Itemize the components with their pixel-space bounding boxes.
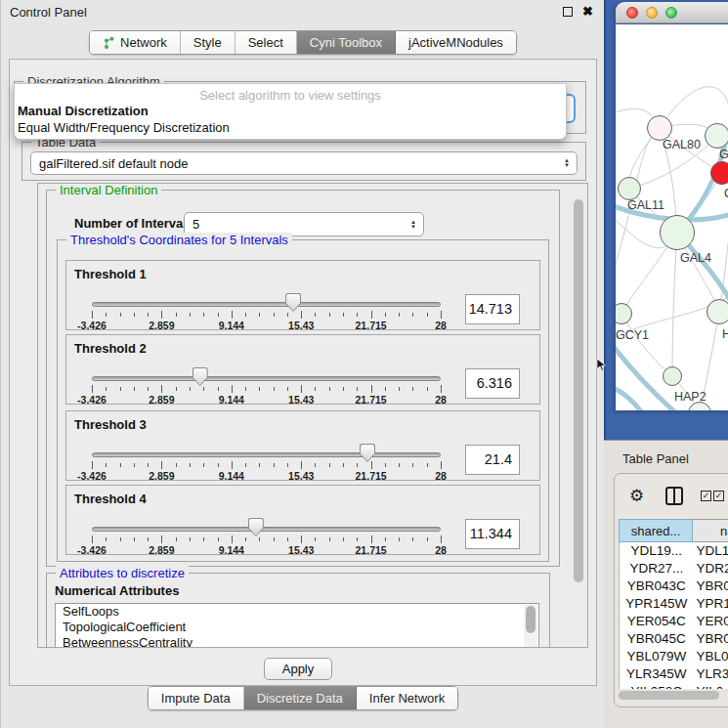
- tick-mark: [92, 535, 93, 543]
- tab-impute-data[interactable]: Impute Data: [149, 687, 244, 709]
- network-node[interactable]: [707, 299, 728, 324]
- slider-ticks: [92, 535, 441, 544]
- tab-discretize-data[interactable]: Discretize Data: [244, 687, 357, 709]
- popup-option-equal-width-frequency[interactable]: Equal Width/Frequency Discretization: [15, 119, 566, 136]
- control-panel: Control Panel ✖ Network Style Select Cyn…: [0, 0, 604, 728]
- tab-cyni-toolbox[interactable]: Cyni Toolbox: [297, 31, 396, 54]
- tick-mark: [399, 463, 400, 467]
- table-row[interactable]: YBR043CYBR0: [620, 578, 728, 595]
- table-row[interactable]: YBR045CYBR0: [620, 630, 728, 648]
- cell-shared-name[interactable]: YDL19...: [620, 542, 694, 560]
- tick-label: 28: [435, 320, 447, 331]
- numerical-attributes-list[interactable]: SelfLoopsTopologicalCoefficientBetweenne…: [55, 603, 539, 648]
- attribute-list-item[interactable]: BetweennessCentrality: [56, 635, 538, 648]
- attribute-list-item[interactable]: SelfLoops: [56, 604, 538, 620]
- cell-shared-name[interactable]: YBR045C: [620, 630, 694, 648]
- tick-mark: [427, 313, 428, 317]
- cell-name[interactable]: YER0: [694, 613, 728, 630]
- table-row[interactable]: YDR27...YDR2: [620, 560, 728, 578]
- cell-shared-name[interactable]: YBL079W: [620, 648, 694, 665]
- apply-button[interactable]: Apply: [264, 658, 332, 680]
- threshold-value-field[interactable]: 14.713: [465, 294, 520, 324]
- top-tab-bar: Network Style Select Cyni Toolbox jActiv…: [1, 30, 605, 55]
- threshold-value-field[interactable]: 11.344: [465, 519, 520, 549]
- network-icon: [103, 36, 115, 50]
- node-label: GAL4: [680, 251, 711, 265]
- table-data-combobox[interactable]: galFiltered.sif default node ▲▼: [30, 151, 578, 175]
- cell-name[interactable]: YBR0: [694, 578, 728, 595]
- checkbox-icon[interactable]: ✓: [701, 491, 711, 501]
- tick-mark: [343, 313, 344, 317]
- cell-shared-name[interactable]: YDR27...: [620, 560, 694, 578]
- cell-shared-name[interactable]: YPR145W: [620, 595, 694, 613]
- network-node[interactable]: [663, 366, 682, 386]
- network-node[interactable]: [618, 177, 641, 200]
- tick-mark: [92, 385, 93, 393]
- cell-shared-name[interactable]: YLR345W: [620, 665, 694, 683]
- tab-style[interactable]: Style: [181, 31, 236, 54]
- table-row[interactable]: YER054CYER0: [620, 613, 728, 630]
- tick-mark: [190, 537, 191, 541]
- slider-track[interactable]: [92, 527, 441, 532]
- gear-icon[interactable]: ⚙: [629, 486, 644, 506]
- float-panel-icon[interactable]: [563, 7, 573, 17]
- tab-infer-network[interactable]: Infer Network: [357, 687, 457, 709]
- tick-mark: [301, 311, 302, 319]
- cell-name[interactable]: YDL1: [694, 542, 728, 560]
- tick-mark: [357, 313, 358, 317]
- slider-ticks: [92, 461, 441, 470]
- tick-mark: [259, 387, 260, 391]
- zoom-window-icon[interactable]: [665, 7, 677, 19]
- stepper-icon: ▲▼: [564, 158, 570, 168]
- table-row[interactable]: YPR145WYPR1: [620, 595, 728, 613]
- tick-label: 28: [435, 394, 447, 406]
- tick-mark: [427, 387, 428, 391]
- threshold-value-field[interactable]: 21.4: [465, 445, 520, 475]
- threshold-value-field[interactable]: 6.316: [465, 368, 520, 399]
- network-window-titlebar[interactable]: [616, 2, 728, 23]
- tab-network[interactable]: Network: [90, 31, 181, 54]
- cell-name[interactable]: YDR2: [694, 560, 728, 578]
- cell-shared-name[interactable]: YBR043C: [620, 578, 694, 595]
- settings-scrollbar[interactable]: [572, 186, 585, 645]
- slider-track[interactable]: [92, 452, 441, 457]
- tick-mark: [315, 387, 316, 391]
- list-scrollbar[interactable]: [524, 605, 537, 647]
- column-header-shared-name[interactable]: shared...: [619, 519, 693, 542]
- cell-name[interactable]: YPR1: [694, 595, 728, 613]
- cell-name[interactable]: YBR0: [694, 630, 728, 648]
- tab-jactivemnodules[interactable]: jActiveMNodules: [396, 31, 516, 54]
- table-horizontal-scrollbar[interactable]: [615, 689, 728, 703]
- close-panel-icon[interactable]: ✖: [582, 4, 593, 20]
- columns-icon[interactable]: [665, 487, 683, 505]
- tick-mark: [412, 313, 413, 317]
- table-row[interactable]: YLR345WYLR3: [620, 665, 728, 683]
- table-row[interactable]: YDL19...YDL1: [620, 542, 728, 560]
- cell-name[interactable]: YLR3: [694, 665, 728, 683]
- network-node[interactable]: [705, 123, 728, 149]
- tick-label: 2.859: [149, 320, 174, 331]
- slider-track[interactable]: [92, 376, 441, 381]
- column-header-name[interactable]: na: [693, 519, 728, 542]
- checkbox-icon[interactable]: ✓: [713, 491, 724, 501]
- slider-thumb[interactable]: [248, 518, 264, 536]
- network-canvas[interactable]: GAL80GCGAL11GAL4GCY1HHAP2: [616, 24, 728, 410]
- slider-thumb[interactable]: [193, 367, 208, 386]
- tick-mark: [134, 387, 135, 391]
- network-node[interactable]: [660, 215, 695, 250]
- slider-thumb[interactable]: [360, 444, 375, 462]
- minimize-window-icon[interactable]: [646, 7, 658, 19]
- network-node[interactable]: [710, 161, 728, 185]
- attribute-list-item[interactable]: TopologicalCoefficient: [56, 620, 538, 635]
- tick-mark: [412, 537, 413, 541]
- tick-label: -3.426: [77, 320, 107, 331]
- tab-select[interactable]: Select: [236, 31, 297, 54]
- slider-thumb[interactable]: [285, 293, 301, 312]
- slider-track[interactable]: [92, 302, 441, 307]
- cell-shared-name[interactable]: YER054C: [620, 613, 694, 630]
- table-row[interactable]: YBL079WYBL0: [620, 648, 728, 665]
- tick-mark: [176, 387, 177, 391]
- cell-name[interactable]: YBL0: [694, 648, 728, 665]
- popup-option-manual-discretization[interactable]: Manual Discretization: [15, 103, 566, 119]
- close-window-icon[interactable]: [626, 7, 638, 19]
